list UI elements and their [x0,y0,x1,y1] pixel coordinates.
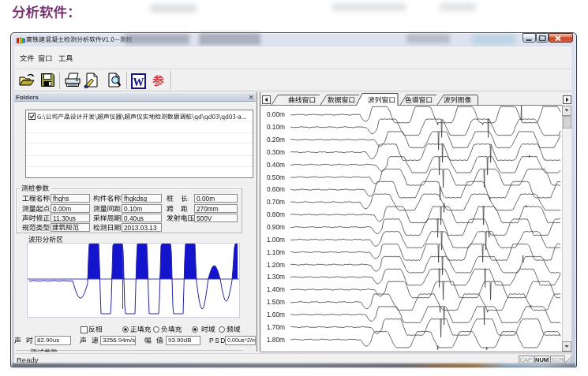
svg-text:W: W [133,76,144,88]
